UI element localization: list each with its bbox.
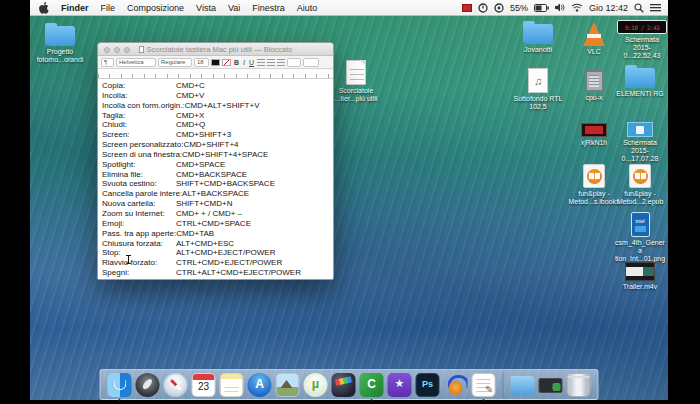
desktop-icon-schermata-1[interactable]: 0:10 / 2:43 Schermata 2015-0...22.52.43 [614, 20, 670, 60]
desktop-icon-label: Trailer.m4v [623, 283, 657, 291]
dock-item-launchpad[interactable] [136, 373, 160, 397]
dock-item-photoshop[interactable] [416, 373, 440, 397]
desktop-icon-vlc[interactable]: VLC [568, 22, 620, 56]
underline-button[interactable]: U [248, 59, 255, 66]
shortcut-label: Spegni: [102, 268, 176, 278]
video-thumbnail-icon [625, 262, 655, 281]
align-left-button[interactable] [257, 59, 265, 66]
dock-separator [503, 372, 504, 398]
shortcut-row: Zoom su Internet:CMD+ + / CMD+ – [102, 209, 333, 219]
menu-extra-2-icon[interactable] [494, 3, 504, 13]
document-proxy-icon[interactable] [139, 46, 144, 53]
menu-item-aiuto[interactable]: Aiuto [291, 3, 324, 13]
desktop-icon-progetto[interactable]: Progetto fotomo...orandi [34, 26, 86, 64]
shortcut-keys: CMD+ALT+SHIFT+V [185, 101, 260, 110]
menu-item-vista[interactable]: Vista [190, 3, 222, 13]
dock-item-preview[interactable] [276, 373, 300, 397]
window-title-text: Scorciatoie tastiera Mac più utili — Blo… [147, 45, 293, 54]
shortcut-label: Riavvio forzato: [102, 258, 176, 268]
desktop-icon-elementi-rg[interactable]: ELEMENTI RG [614, 68, 666, 98]
dock-item-imovie[interactable] [388, 373, 412, 397]
notification-center-icon[interactable] [650, 3, 661, 12]
apple-menu[interactable] [39, 2, 49, 14]
audio-file-icon: ♫ [528, 68, 548, 93]
desktop-icon-funplay-epub[interactable]: fun&play - Metod...2.epub [614, 164, 666, 206]
align-right-button[interactable] [277, 59, 285, 66]
dock-item-utorrent[interactable] [304, 373, 328, 397]
desktop-icon-xjrkn1h[interactable]: xjRkN1h [568, 118, 620, 147]
desktop-icon-sottofondo[interactable]: ♫ Sottofondo RTL 102,5 [512, 68, 564, 111]
bold-button[interactable]: B [233, 59, 240, 66]
desktop-icon-jovanotti[interactable]: Jovanotti [512, 24, 564, 54]
wifi-icon[interactable] [571, 3, 583, 12]
shortcut-label: Incolla: [102, 91, 176, 101]
minimize-button[interactable] [114, 47, 120, 53]
paragraph-styles-dropdown[interactable]: ¶ [101, 58, 114, 67]
recording-menu-icon[interactable] [462, 4, 472, 12]
desktop-icon-cpux[interactable]: cpu-x [568, 70, 620, 102]
drive-icon [539, 378, 563, 393]
shortcut-row: Copia:CMD+C [102, 81, 333, 91]
italic-button[interactable]: I [242, 59, 246, 66]
window-titlebar[interactable]: Scorciatoie tastiera Mac più utili — Blo… [98, 43, 333, 56]
desktop-icon-label: fun&play - Metod...s.ibooks [568, 190, 620, 206]
battery-icon[interactable] [534, 4, 549, 12]
shortcut-keys: CMD+Q [176, 120, 205, 129]
desktop-icon-label: Jovanotti [524, 46, 552, 54]
menu-item-finder[interactable]: Finder [55, 3, 95, 13]
shortcut-row: Incolla con form.origin.:CMD+ALT+SHIFT+V [102, 101, 333, 111]
line-spacing-dropdown[interactable] [287, 58, 301, 67]
desktop-icon-csm-intel[interactable]: intel csm_4th_Genera tion_Int...01.png [614, 212, 666, 263]
font-size-dropdown[interactable]: 18 [194, 58, 209, 67]
text-color-well[interactable] [211, 59, 220, 66]
menu-item-file[interactable]: File [95, 3, 122, 13]
shortcut-keys: CTRL+CMD+SPACE [176, 219, 251, 228]
document-text-area[interactable]: Copia:CMD+C Incolla:CMD+V Incolla con fo… [98, 79, 333, 278]
dock-item-audio-app[interactable] [444, 373, 468, 397]
dock-item-documents-drive[interactable] [539, 373, 563, 397]
menu-item-composizione[interactable]: Composizione [121, 3, 190, 13]
menu-extra-1-icon[interactable] [478, 3, 488, 13]
menu-item-finestra[interactable]: Finestra [246, 3, 291, 13]
menu-clock[interactable]: Gio 12:42 [589, 3, 628, 13]
desktop-icon-scorciatoie[interactable]: Scorciatoie ...tier...più utili [330, 60, 382, 103]
shortcut-row: Screen di una finestra:CMD+SHIFT+4+SPACE [102, 150, 333, 160]
shortcut-row: Chiudi:CMD+Q [102, 120, 333, 130]
shortcut-keys: CMD+X [176, 111, 204, 120]
dock-item-notes[interactable] [220, 373, 244, 397]
shortcut-label: Spotlight: [102, 160, 176, 170]
dock-item-appstore[interactable] [248, 373, 272, 397]
desktop-icon-trailer[interactable]: Trailer.m4v [614, 262, 666, 291]
font-family-dropdown[interactable]: Helvetica [116, 58, 156, 67]
align-center-button[interactable] [267, 59, 275, 66]
list-style-dropdown[interactable] [303, 58, 319, 67]
dock-item-downloads[interactable] [511, 373, 535, 397]
dock-item-safari[interactable] [164, 373, 188, 397]
menu-bar: Finder File Composizione Vista Vai Fines… [30, 0, 668, 16]
dock-item-trash[interactable] [567, 373, 591, 397]
volume-icon[interactable] [555, 3, 565, 12]
launchpad-icon [136, 373, 160, 397]
utorrent-icon [304, 373, 328, 397]
shortcut-label: Taglia: [102, 111, 176, 121]
folder-icon [45, 26, 75, 46]
dock-item-finalcut[interactable] [332, 373, 356, 397]
desktop-icon-funplay-ibooks[interactable]: fun&play - Metod...s.ibooks [568, 164, 620, 206]
spotlight-icon[interactable] [634, 3, 644, 13]
close-button[interactable] [104, 47, 110, 53]
epub-file-icon [629, 164, 651, 188]
menu-item-vai[interactable]: Vai [222, 3, 246, 13]
imovie-icon [388, 373, 412, 397]
zoom-button[interactable] [124, 47, 130, 53]
dock-item-finder[interactable] [108, 373, 132, 397]
shortcut-row: Chiusura forzata:ALT+CMD+ESC [102, 239, 333, 249]
dock-item-camtasia[interactable] [360, 373, 384, 397]
finder-icon [108, 373, 132, 397]
shortcut-row: Cancella parole intere:ALT+BACKSPACE [102, 189, 333, 199]
desktop-icon-schermata-2[interactable]: Schermata 2015-0...17.07.28 [614, 118, 666, 163]
dock-item-calendar[interactable]: 23 [192, 373, 216, 397]
shortcut-keys: CMD+SHIFT+4+SPACE [182, 150, 268, 159]
dock-item-textedit[interactable] [472, 373, 496, 397]
background-color-well[interactable] [222, 59, 231, 66]
font-style-dropdown[interactable]: Regolare [158, 58, 192, 67]
